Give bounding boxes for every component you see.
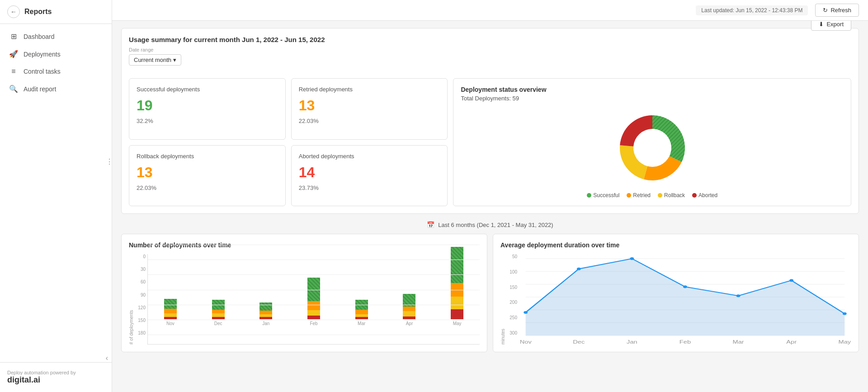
grid-line xyxy=(148,260,480,260)
donut-segment-rollback xyxy=(620,145,647,179)
metric-card-aborted: Aborted deployments 14 23.73% xyxy=(291,145,448,207)
metric-value-rollback: 13 xyxy=(137,164,278,181)
metric-value-aborted: 14 xyxy=(299,164,440,181)
metric-label-retried: Retried deployments xyxy=(299,86,440,93)
line-x-label: Feb xyxy=(679,340,691,345)
bar-segment-rollback xyxy=(164,313,177,317)
bar-segment-successful xyxy=(451,247,463,283)
line-x-label: Apr xyxy=(786,340,797,345)
line-chart-svg: NovDecJanFebMarAprMay xyxy=(519,254,851,345)
donut-svg xyxy=(612,107,693,189)
export-label: Export xyxy=(826,21,844,28)
y-label: 150 xyxy=(135,318,146,323)
bar-group-may: May xyxy=(434,247,480,326)
bar-y-axis-title: # of deployments xyxy=(129,254,134,345)
grid-line xyxy=(148,320,480,320)
brand-logo: digital.ai xyxy=(7,375,104,385)
y-label: 180 xyxy=(135,331,146,335)
back-button[interactable]: ← xyxy=(7,5,20,18)
sidebar-nav: ⊞Dashboard🚀Deployments≡Control tasks🔍Aud… xyxy=(0,24,112,350)
refresh-button[interactable]: ↻ Refresh xyxy=(815,4,859,17)
sidebar-item-label-deployments: Deployments xyxy=(24,51,61,58)
bar-group-nov: Nov xyxy=(148,299,193,326)
bar-segment-retried xyxy=(403,307,415,311)
bar-chart-area: NovDecJanFebMarAprMay xyxy=(147,254,480,345)
line-y-label: 150 xyxy=(506,285,517,290)
bars-wrapper: NovDecJanFebMarAprMay xyxy=(148,254,480,335)
line-x-label: Mar xyxy=(732,340,744,345)
charts-row: Number of deployments over time # of dep… xyxy=(121,234,859,352)
grid-line xyxy=(148,305,480,305)
grid-line xyxy=(148,290,480,290)
period-label: Last 6 months (Dec 1, 2021 - May 31, 202… xyxy=(438,222,553,228)
donut-card: Deployment status overview Total Deploym… xyxy=(453,78,851,206)
line-chart-dot-6 xyxy=(843,312,847,315)
sidebar: ← Reports ⊞Dashboard🚀Deployments≡Control… xyxy=(0,0,112,392)
line-y-axis-labels: 30025020015010050 xyxy=(506,254,517,345)
line-chart-dot-4 xyxy=(736,294,741,297)
bar-label-jan: Jan xyxy=(262,321,269,326)
y-label: 120 xyxy=(135,305,146,310)
donut-segment-retried xyxy=(644,156,682,180)
donut-segment-successful xyxy=(652,115,685,162)
nav-icon-control-tasks: ≡ xyxy=(9,67,18,76)
bar-group-feb: Feb xyxy=(291,278,336,326)
y-label: 30 xyxy=(135,267,146,272)
sidebar-item-deployments[interactable]: 🚀Deployments xyxy=(0,45,112,63)
bar-label-dec: Dec xyxy=(214,321,222,326)
date-range-label: Date range xyxy=(129,47,325,52)
donut-legend: SuccessfulRetriedRollbackAborted xyxy=(461,192,844,198)
sidebar-item-dashboard[interactable]: ⊞Dashboard xyxy=(0,28,112,45)
summary-card: Usage summary for current month Jun 1, 2… xyxy=(121,28,859,214)
footer-label: Deploy automation powered by xyxy=(7,370,104,375)
bar-segment-retried xyxy=(307,301,320,310)
line-chart-title: Average deployment duration over time xyxy=(500,241,851,249)
line-y-label: 300 xyxy=(506,331,517,335)
bar-label-mar: Mar xyxy=(358,321,365,326)
metric-value-retried: 13 xyxy=(299,97,440,114)
export-icon: ⬇ xyxy=(819,21,824,28)
sidebar-item-control-tasks[interactable]: ≡Control tasks xyxy=(0,63,112,80)
line-chart-area: NovDecJanFebMarAprMay xyxy=(519,254,851,345)
summary-title: Usage summary for current month Jun 1, 2… xyxy=(129,36,325,43)
period-bar: 📅 Last 6 months (Dec 1, 2021 - May 31, 2… xyxy=(121,221,859,228)
bar-group-jan: Jan xyxy=(243,302,288,326)
bar-segment-rollback xyxy=(212,313,225,317)
sidebar-collapse-icon[interactable]: ‹ xyxy=(106,354,108,362)
bar-chart-container: # of deployments 1801501209060300 NovDec… xyxy=(129,254,480,345)
bar-label-apr: Apr xyxy=(406,321,413,326)
legend-dot-aborted xyxy=(692,193,697,198)
bar-stack xyxy=(212,300,225,319)
bar-segment-rollback xyxy=(451,297,463,309)
topbar: Last updated: Jun 15, 2022 - 12:43:38 PM… xyxy=(112,0,868,21)
sidebar-options-icon[interactable]: ⋮ xyxy=(106,157,113,166)
line-chart-dot-1 xyxy=(577,268,581,270)
donut-title: Deployment status overview xyxy=(461,86,844,93)
sidebar-item-audit-report[interactable]: 🔍Audit report xyxy=(0,80,112,98)
refresh-label: Refresh xyxy=(830,7,851,14)
metric-card-rollback: Rollback deployments 13 22.03% xyxy=(129,145,286,207)
nav-icon-audit-report: 🔍 xyxy=(9,85,18,93)
metric-pct-successful: 32.2% xyxy=(137,118,278,124)
nav-icon-dashboard: ⊞ xyxy=(9,32,18,41)
bar-segment-rollback xyxy=(307,310,320,316)
date-range-value: Current month xyxy=(134,57,171,63)
date-range-select[interactable]: Current month ▾ xyxy=(129,54,181,66)
last-updated-label: Last updated: Jun 15, 2022 - 12:43:38 PM xyxy=(696,5,808,15)
bar-label-nov: Nov xyxy=(166,321,175,326)
bar-stack xyxy=(403,294,415,319)
y-label: 90 xyxy=(135,293,146,298)
bar-group-mar: Mar xyxy=(339,300,384,326)
export-button[interactable]: ⬇ Export xyxy=(811,21,851,31)
content-area: Usage summary for current month Jun 1, 2… xyxy=(112,21,868,392)
metric-value-successful: 19 xyxy=(137,97,278,114)
bar-stack xyxy=(164,299,177,319)
sidebar-item-label-dashboard: Dashboard xyxy=(24,33,55,40)
bar-label-feb: Feb xyxy=(310,321,317,326)
bar-chart-card: Number of deployments over time # of dep… xyxy=(121,234,487,352)
bar-stack xyxy=(451,247,463,319)
line-chart-card: Average deployment duration over time mi… xyxy=(493,234,859,352)
bar-segment-aborted xyxy=(259,317,272,319)
refresh-icon: ↻ xyxy=(823,7,828,14)
metrics-and-donut: Successful deployments 19 32.2% Retried … xyxy=(129,78,851,206)
